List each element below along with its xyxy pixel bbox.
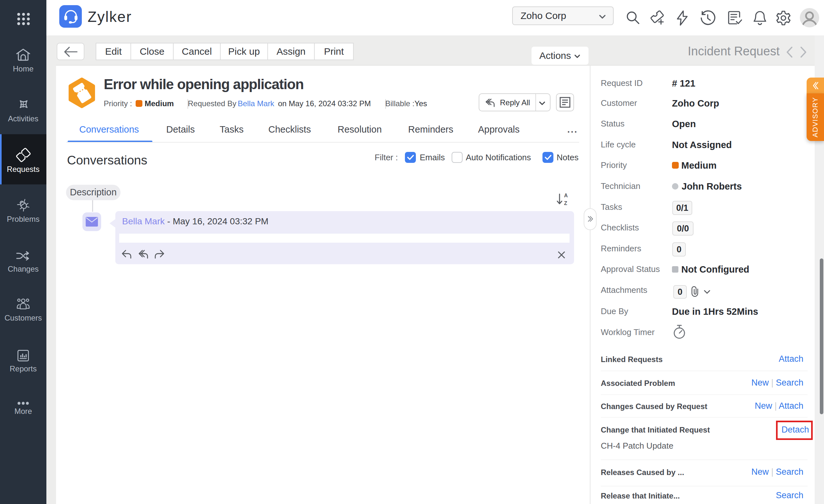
svg-text:A: A: [564, 193, 568, 198]
svg-text:Z: Z: [564, 201, 567, 206]
